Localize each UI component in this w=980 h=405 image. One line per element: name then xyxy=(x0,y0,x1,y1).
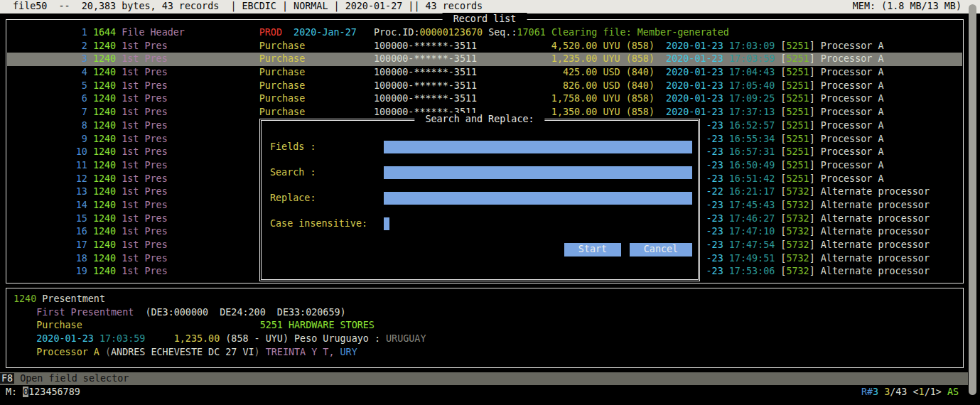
text-segment: 1644 xyxy=(93,26,116,40)
record-row-2[interactable]: 212401st PresPurchase100000-******-35114… xyxy=(7,40,962,53)
record-row-4[interactable]: 412401st PresPurchase100000-******-35114… xyxy=(7,66,962,80)
text-segment: [ xyxy=(780,239,786,252)
text-segment: ] xyxy=(809,80,815,93)
masked-pan: 100000-******-3511 xyxy=(374,80,477,93)
mti-code: 1240 xyxy=(93,173,116,186)
currency: UYU (858) xyxy=(603,40,655,53)
mti-code: 1240 xyxy=(93,106,116,119)
date: 2020-01-23 xyxy=(666,40,723,53)
row-number: 10 xyxy=(7,146,87,159)
processor-name: Alternate processor xyxy=(821,252,930,266)
date-fragment: -23 xyxy=(706,265,723,279)
f8-key-hint: F8 xyxy=(0,373,14,384)
time: 17:03:59 xyxy=(729,53,775,66)
mti-code: 1240 xyxy=(93,66,116,80)
mcc-code: 5251 xyxy=(786,173,809,186)
time: 17:45:43 xyxy=(729,199,775,212)
function-label: Purchase xyxy=(259,92,306,106)
search-replace-dialog: Search and Replace: Fields : Searching i… xyxy=(259,119,700,281)
processor-name: Alternate processor xyxy=(821,225,930,239)
mcc-code: 5732 xyxy=(786,199,809,212)
text-segment: [ xyxy=(780,106,786,119)
masked-pan: 100000-******-3511 xyxy=(374,92,477,106)
text-segment: [ xyxy=(780,80,786,93)
scrollbar-thumb[interactable] xyxy=(969,4,976,395)
text-segment: ] xyxy=(809,106,815,119)
currency: USD (840) xyxy=(603,66,655,80)
row-number: 2 xyxy=(7,40,87,53)
search-input[interactable]: Processor A xyxy=(384,166,692,179)
mti-code: 1240 xyxy=(93,119,116,133)
text-segment: ] xyxy=(809,92,815,106)
position-segment: /1> xyxy=(925,387,942,397)
position-segment: AS xyxy=(947,387,959,397)
date: 2020-01-23 xyxy=(666,92,723,106)
processor-name: Processor A xyxy=(821,146,884,159)
detail-line-5: Processor A(ANDRES ECHEVESTE DC 27 VI)TR… xyxy=(14,346,960,360)
mcc-code: 5251 xyxy=(786,146,809,159)
record-type: 1st Pres xyxy=(122,80,168,93)
row-number: 14 xyxy=(7,199,87,212)
case-row: Case insensitive: xyxy=(262,217,698,230)
record-type: 1st Pres xyxy=(122,106,168,119)
text-segment: ) xyxy=(254,346,260,360)
text-segment: [ xyxy=(780,225,786,239)
amount: 425.00 xyxy=(477,66,597,80)
amount: 826.00 xyxy=(477,80,597,93)
time: 17:46:27 xyxy=(729,212,775,226)
mti-code: 1240 xyxy=(93,92,116,106)
record-detail-panel: 1240PresentmentFirst Presentment(DE3:000… xyxy=(6,288,964,368)
mti-code: 1240 xyxy=(93,185,116,199)
mti-code: 1240 xyxy=(93,159,116,173)
text-segment: [ xyxy=(780,53,786,66)
text-segment: 1,235.00 xyxy=(174,333,220,346)
record-row-1[interactable]: 11644File HeaderPROD2020-Jan-27Proc.ID:0… xyxy=(7,26,962,40)
row-number: 11 xyxy=(7,159,87,173)
position-segment xyxy=(878,387,884,397)
function-label: Purchase xyxy=(259,80,306,93)
processor-name: Processor A xyxy=(821,92,884,106)
mcc-code: 5732 xyxy=(786,252,809,266)
case-insensitive-checkbox[interactable] xyxy=(384,217,389,230)
record-row-5[interactable]: 512401st PresPurchase100000-******-35118… xyxy=(7,80,962,93)
time: 16:52:57 xyxy=(729,119,775,133)
text-segment: 1240 xyxy=(14,293,36,306)
date-fragment: -23 xyxy=(706,252,723,266)
mcc-code: 5251 xyxy=(786,92,809,106)
record-row-3[interactable]: 312401st PresPurchase100000-******-35111… xyxy=(7,53,962,66)
marker-list: M: 0123456789 xyxy=(6,386,80,399)
text-segment: ] xyxy=(809,265,815,279)
replace-input[interactable]: Main processor xyxy=(384,192,692,205)
record-detail-lines: 1240PresentmentFirst Presentment(DE3:000… xyxy=(14,293,960,359)
time: 16:21:17 xyxy=(729,185,775,199)
text-segment: [ xyxy=(780,133,786,146)
mcc-code: 5251 xyxy=(786,66,809,80)
text-segment: [ xyxy=(780,40,786,53)
row-number: 18 xyxy=(7,252,87,266)
date-fragment: -23 xyxy=(706,239,723,252)
fields-input[interactable]: Searching in all fields xyxy=(384,141,692,153)
cancel-button[interactable]: Cancel xyxy=(630,243,692,256)
replace-label: Replace: xyxy=(270,192,316,205)
row-number: 8 xyxy=(7,119,87,133)
amount: 1,235.00 xyxy=(477,53,597,66)
processor-name: Processor A xyxy=(821,173,884,186)
terminal-screen: { "palette":{"accent_blue":"#4c8fd6","gr… xyxy=(0,0,980,405)
masked-pan: 100000-******-3511 xyxy=(374,53,477,66)
function-key-bar: F8 Open field selector xyxy=(0,372,968,385)
record-row-6[interactable]: 612401st PresPurchase100000-******-35111… xyxy=(7,92,962,106)
marker-label: M: xyxy=(6,387,23,397)
processor-name: Processor A xyxy=(821,66,884,80)
processor-name: Processor A xyxy=(821,159,884,173)
record-list-title: Record list xyxy=(443,13,527,26)
start-button[interactable]: Start xyxy=(564,243,621,256)
date: 2020-01-23 xyxy=(666,53,723,66)
detail-line-2: First Presentment(DE3:000000 DE24:200 DE… xyxy=(14,306,960,320)
record-position-indicator: R#3 3/43 <1/1> AS xyxy=(861,386,959,399)
row-number: 12 xyxy=(7,173,87,186)
fields-label: Fields : xyxy=(270,141,316,154)
date: 2020-01-23 xyxy=(666,66,723,80)
memory-usage: MEM: (1.8 MB/13 MB) xyxy=(853,0,962,14)
processor-name: Processor A xyxy=(821,106,884,119)
row-number: 16 xyxy=(7,225,87,239)
